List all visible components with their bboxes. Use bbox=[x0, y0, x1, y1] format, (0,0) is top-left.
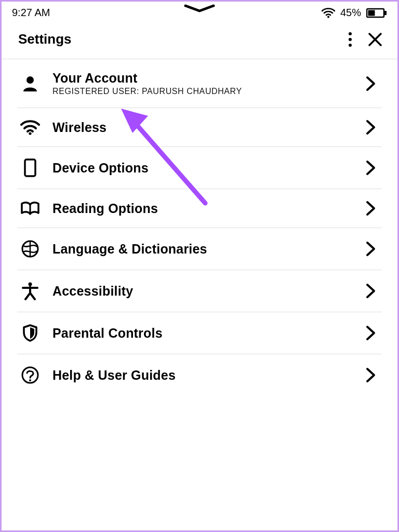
svg-line-19 bbox=[30, 293, 35, 299]
settings-item-title: Your Account bbox=[52, 71, 354, 86]
chevron-right-icon bbox=[365, 283, 380, 299]
settings-item-language[interactable]: Language & Dictionaries bbox=[17, 228, 382, 270]
settings-item-text: Wireless bbox=[52, 120, 354, 135]
svg-point-21 bbox=[29, 379, 31, 381]
settings-item-text: Your Account REGISTERED USER: PAURUSH CH… bbox=[52, 71, 354, 96]
device-icon bbox=[19, 158, 41, 177]
svg-point-15 bbox=[29, 283, 32, 286]
settings-item-reading[interactable]: Reading Options bbox=[17, 189, 382, 228]
svg-line-18 bbox=[25, 293, 30, 299]
battery-percent: 45% bbox=[340, 7, 361, 19]
shield-icon bbox=[19, 324, 41, 342]
settings-item-text: Device Options bbox=[52, 161, 354, 176]
settings-item-wireless[interactable]: Wireless bbox=[17, 108, 382, 147]
settings-header: Settings bbox=[2, 22, 397, 59]
settings-item-help[interactable]: Help & User Guides bbox=[17, 354, 382, 396]
settings-item-title: Device Options bbox=[52, 161, 354, 176]
svg-point-5 bbox=[349, 38, 352, 41]
svg-point-0 bbox=[327, 16, 329, 18]
book-icon bbox=[19, 201, 41, 216]
globe-icon bbox=[19, 240, 41, 258]
svg-point-10 bbox=[29, 132, 31, 135]
settings-item-subtitle: REGISTERED USER: PAURUSH CHAUDHARY bbox=[52, 87, 354, 96]
chevron-right-icon bbox=[365, 325, 380, 341]
settings-item-device[interactable]: Device Options bbox=[17, 147, 382, 189]
chevron-right-icon bbox=[365, 160, 380, 176]
chevron-right-icon bbox=[365, 119, 380, 135]
settings-item-title: Wireless bbox=[52, 120, 354, 135]
app-frame: 9:27 AM 45% Settings bbox=[0, 0, 399, 532]
settings-item-title: Language & Dictionaries bbox=[52, 242, 354, 257]
wifi-icon bbox=[322, 8, 335, 18]
person-icon bbox=[19, 75, 41, 92]
wifi-icon bbox=[19, 119, 41, 135]
settings-item-title: Reading Options bbox=[52, 201, 354, 216]
chevron-right-icon bbox=[365, 201, 380, 216]
chevron-right-icon bbox=[365, 76, 380, 91]
svg-rect-3 bbox=[368, 10, 375, 16]
chevron-right-icon bbox=[365, 367, 380, 383]
clock: 9:27 AM bbox=[12, 7, 50, 19]
chevron-right-icon bbox=[365, 241, 380, 257]
settings-item-title: Accessibility bbox=[52, 284, 354, 299]
settings-item-text: Reading Options bbox=[52, 201, 354, 216]
svg-rect-11 bbox=[25, 159, 35, 176]
settings-item-text: Accessibility bbox=[52, 284, 354, 299]
svg-rect-2 bbox=[384, 11, 387, 15]
svg-point-4 bbox=[349, 32, 352, 35]
help-icon bbox=[19, 366, 41, 384]
settings-item-title: Help & User Guides bbox=[52, 368, 354, 383]
settings-item-account[interactable]: Your Account REGISTERED USER: PAURUSH CH… bbox=[17, 59, 382, 108]
header-actions bbox=[348, 32, 383, 47]
settings-item-text: Help & User Guides bbox=[52, 368, 354, 383]
settings-item-title: Parental Controls bbox=[52, 326, 354, 341]
svg-point-9 bbox=[26, 76, 34, 84]
svg-point-6 bbox=[349, 44, 352, 47]
drag-handle-icon[interactable] bbox=[176, 4, 223, 14]
settings-item-parental[interactable]: Parental Controls bbox=[17, 312, 382, 354]
page-title: Settings bbox=[18, 31, 72, 47]
status-right: 45% bbox=[322, 7, 387, 19]
settings-list: Your Account REGISTERED USER: PAURUSH CH… bbox=[2, 59, 397, 396]
close-icon[interactable] bbox=[367, 32, 383, 47]
battery-icon bbox=[366, 8, 387, 18]
settings-item-text: Language & Dictionaries bbox=[52, 242, 354, 257]
settings-item-accessibility[interactable]: Accessibility bbox=[17, 270, 382, 312]
settings-item-text: Parental Controls bbox=[52, 326, 354, 341]
more-menu-icon[interactable] bbox=[348, 32, 353, 47]
accessibility-icon bbox=[19, 282, 41, 300]
